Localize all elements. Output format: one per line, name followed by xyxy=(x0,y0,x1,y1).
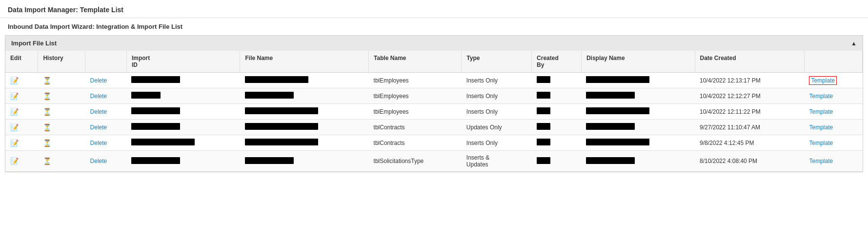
file-name-cell xyxy=(240,73,369,88)
date-created-cell: 10/4/2022 12:11:22 PM xyxy=(695,104,804,120)
edit-cell: 📝 xyxy=(5,104,38,120)
page-title: Data Import Manager: Template List xyxy=(8,6,123,14)
history-icon[interactable]: ⏳ xyxy=(43,92,51,100)
display-name-cell xyxy=(581,120,695,135)
delete-link[interactable]: Delete xyxy=(90,108,107,115)
date-created-cell: 9/27/2022 11:10:47 AM xyxy=(695,120,804,135)
edit-cell: 📝 xyxy=(5,120,38,135)
display-name-cell xyxy=(581,104,695,120)
import-id-block xyxy=(131,76,180,83)
col-table-name: Table Name xyxy=(369,51,462,73)
col-history: History xyxy=(38,51,85,73)
edit-icon[interactable]: 📝 xyxy=(10,92,19,100)
page-header: Data Import Manager: Template List xyxy=(0,0,868,18)
edit-icon[interactable]: 📝 xyxy=(10,157,19,165)
edit-icon[interactable]: 📝 xyxy=(10,77,19,84)
file-name-block xyxy=(245,92,294,99)
table-name-cell: tblEmployees xyxy=(369,73,462,88)
import-file-list-section: Import File List ▲ Edit History ImportID… xyxy=(5,35,863,172)
table-row: 📝 ⏳ Delete tblEmployees Inserts Only 10/… xyxy=(5,88,863,104)
table-row: 📝 ⏳ Delete tblContracts Updates Only 9/2… xyxy=(5,120,863,135)
delete-cell: Delete xyxy=(85,151,127,172)
history-icon[interactable]: ⏳ xyxy=(43,108,51,116)
table-row: 📝 ⏳ Delete tblEmployees Inserts Only 10/… xyxy=(5,73,863,88)
import-id-cell xyxy=(126,151,240,172)
edit-cell: 📝 xyxy=(5,73,38,88)
display-name-block xyxy=(586,139,649,145)
edit-icon[interactable]: 📝 xyxy=(10,123,19,131)
template-cell: Template xyxy=(804,88,862,104)
file-name-cell xyxy=(240,120,369,135)
history-icon[interactable]: ⏳ xyxy=(43,157,51,165)
date-created-cell: 10/4/2022 12:13:17 PM xyxy=(695,73,804,88)
delete-cell: Delete xyxy=(85,73,127,88)
history-cell: ⏳ xyxy=(38,73,85,88)
created-by-cell xyxy=(532,151,582,172)
file-name-block xyxy=(245,107,318,114)
template-link[interactable]: Template xyxy=(809,108,833,115)
created-by-cell xyxy=(532,135,582,151)
template-cell: Template xyxy=(804,104,862,120)
import-id-cell xyxy=(126,88,240,104)
file-name-block xyxy=(245,123,318,130)
edit-icon[interactable]: 📝 xyxy=(10,139,19,147)
col-empty xyxy=(85,51,127,73)
file-name-block xyxy=(245,76,308,83)
template-link[interactable]: Template xyxy=(809,93,833,100)
delete-cell: Delete xyxy=(85,88,127,104)
template-link[interactable]: Template xyxy=(809,158,833,164)
history-cell: ⏳ xyxy=(38,88,85,104)
col-import-id: ImportID xyxy=(126,51,240,73)
table-row: 📝 ⏳ Delete tblEmployees Inserts Only 10/… xyxy=(5,104,863,120)
template-link[interactable]: Template xyxy=(809,76,837,85)
created-by-block xyxy=(537,92,550,99)
import-id-block xyxy=(131,107,180,114)
display-name-block xyxy=(586,123,635,130)
history-cell: ⏳ xyxy=(38,151,85,172)
delete-link[interactable]: Delete xyxy=(90,124,107,131)
table-name-cell: tblSolicitationsType xyxy=(369,151,462,172)
table-name-cell: tblEmployees xyxy=(369,104,462,120)
created-by-block xyxy=(537,76,550,83)
col-date-created: Date Created xyxy=(695,51,804,73)
delete-link[interactable]: Delete xyxy=(90,140,107,146)
table-row: 📝 ⏳ Delete tblSolicitationsType Inserts … xyxy=(5,151,863,172)
col-template xyxy=(804,51,862,73)
wizard-title: Inbound Data Import Wizard: Integration … xyxy=(0,18,868,35)
history-cell: ⏳ xyxy=(38,120,85,135)
section-header: Import File List ▲ xyxy=(5,36,863,51)
type-cell: Inserts &Updates xyxy=(462,151,532,172)
table-name-cell: tblContracts xyxy=(369,120,462,135)
template-link[interactable]: Template xyxy=(809,124,833,131)
delete-link[interactable]: Delete xyxy=(90,158,107,164)
import-id-block xyxy=(131,157,180,164)
history-icon[interactable]: ⏳ xyxy=(43,123,51,131)
section-title: Import File List xyxy=(11,40,57,47)
delete-cell: Delete xyxy=(85,135,127,151)
import-id-cell xyxy=(126,135,240,151)
template-cell: Template xyxy=(804,120,862,135)
type-cell: Inserts Only xyxy=(462,135,532,151)
delete-link[interactable]: Delete xyxy=(90,77,107,84)
date-created-cell: 8/10/2022 4:08:40 PM xyxy=(695,151,804,172)
import-id-cell xyxy=(126,73,240,88)
display-name-block xyxy=(586,107,649,114)
created-by-block xyxy=(537,107,550,114)
file-name-block xyxy=(245,139,318,145)
edit-icon[interactable]: 📝 xyxy=(10,108,19,116)
created-by-cell xyxy=(532,104,582,120)
delete-link[interactable]: Delete xyxy=(90,93,107,100)
date-created-cell: 9/8/2022 4:12:45 PM xyxy=(695,135,804,151)
import-id-block xyxy=(131,139,195,145)
display-name-cell xyxy=(581,88,695,104)
col-created-by: CreatedBy xyxy=(532,51,582,73)
import-id-block xyxy=(131,92,161,99)
history-cell: ⏳ xyxy=(38,104,85,120)
history-icon[interactable]: ⏳ xyxy=(43,77,51,84)
display-name-block xyxy=(586,157,635,164)
history-icon[interactable]: ⏳ xyxy=(43,139,51,147)
template-link[interactable]: Template xyxy=(809,140,833,146)
table-row: 📝 ⏳ Delete tblContracts Inserts Only 9/8… xyxy=(5,135,863,151)
collapse-arrow[interactable]: ▲ xyxy=(851,40,857,47)
col-type: Type xyxy=(462,51,532,73)
